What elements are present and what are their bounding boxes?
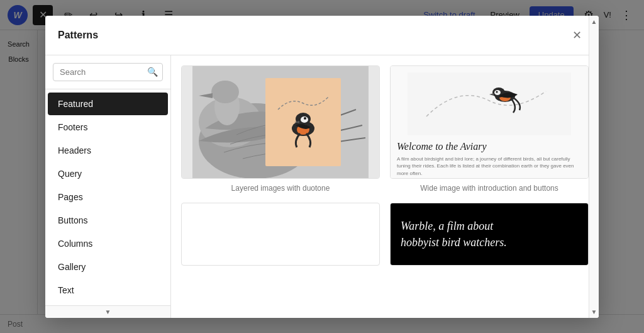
nav-item-footers[interactable]: Footers — [48, 116, 168, 138]
nav-item-buttons[interactable]: Buttons — [48, 209, 168, 232]
dark-film-preview: Warble, a film about hobbyist bird watch… — [391, 203, 588, 266]
wide-intro-bird-area — [397, 72, 582, 135]
modal-title: Patterns — [58, 30, 98, 41]
patterns-content[interactable]: Layered images with duotone — [171, 55, 599, 318]
svg-point-4 — [211, 81, 239, 103]
nav-item-headers[interactable]: Headers — [48, 139, 168, 162]
pattern-card-duotone[interactable]: Layered images with duotone — [181, 65, 380, 193]
patterns-modal: Patterns ✕ 🔍 Featured Footers Headers — [45, 16, 599, 318]
sidebar-scroll-down[interactable]: ▼ — [45, 305, 170, 318]
duotone-overlay-card — [265, 78, 341, 166]
pattern-label-wide-intro: Wide image with introduction and buttons — [390, 184, 589, 193]
wide-intro-text-area: Welcome to the Aviary A film about birds… — [397, 140, 582, 179]
pattern-preview-wide-intro: Welcome to the Aviary A film about birds… — [390, 65, 589, 179]
patterns-search-input[interactable] — [53, 63, 163, 81]
wide-intro-heading: Welcome to the Aviary — [397, 140, 582, 154]
modal-header: Patterns ✕ — [45, 16, 599, 55]
nav-item-columns[interactable]: Columns — [48, 232, 168, 255]
search-input-wrap: 🔍 — [53, 63, 163, 81]
modal-close-button[interactable]: ✕ — [567, 26, 586, 45]
content-scroll-arrows: ▲ ▼ — [589, 55, 599, 318]
nav-item-query[interactable]: Query — [48, 162, 168, 185]
dark-film-text: Warble, a film about hobbyist bird watch… — [401, 218, 507, 250]
patterns-search-area: 🔍 — [45, 55, 170, 89]
pattern-preview-duotone — [181, 65, 380, 179]
svg-point-15 — [496, 91, 498, 93]
patterns-sidebar: 🔍 Featured Footers Headers Query Pages B… — [45, 55, 171, 318]
pattern-preview-light — [181, 203, 380, 266]
nav-item-pages[interactable]: Pages — [48, 186, 168, 208]
pattern-card-light[interactable] — [181, 203, 380, 266]
nav-item-featured[interactable]: Featured — [48, 93, 168, 115]
pattern-preview-dark-film: Warble, a film about hobbyist bird watch… — [390, 203, 589, 266]
modal-body: 🔍 Featured Footers Headers Query Pages B… — [45, 55, 599, 318]
nav-item-text[interactable]: Text — [48, 279, 168, 302]
pattern-card-wide-intro[interactable]: Welcome to the Aviary A film about birds… — [390, 65, 589, 193]
svg-point-9 — [304, 117, 306, 120]
svg-rect-10 — [408, 72, 571, 135]
scroll-down-arrow[interactable]: ▼ — [591, 308, 597, 315]
search-icon: 🔍 — [147, 67, 158, 77]
duotone-preview — [182, 66, 379, 178]
wide-intro-body: A film about birdsight and bird lore; a … — [397, 155, 582, 177]
pattern-card-dark-film[interactable]: Warble, a film about hobbyist bird watch… — [390, 203, 589, 266]
nav-item-gallery[interactable]: Gallery — [48, 256, 168, 278]
wide-intro-preview: Welcome to the Aviary A film about birds… — [391, 66, 588, 178]
modal-overlay[interactable]: Patterns ✕ 🔍 Featured Footers Headers — [0, 0, 644, 333]
pattern-label-duotone: Layered images with duotone — [181, 184, 380, 193]
patterns-grid: Layered images with duotone — [181, 65, 589, 266]
patterns-nav: Featured Footers Headers Query Pages But… — [45, 89, 170, 318]
